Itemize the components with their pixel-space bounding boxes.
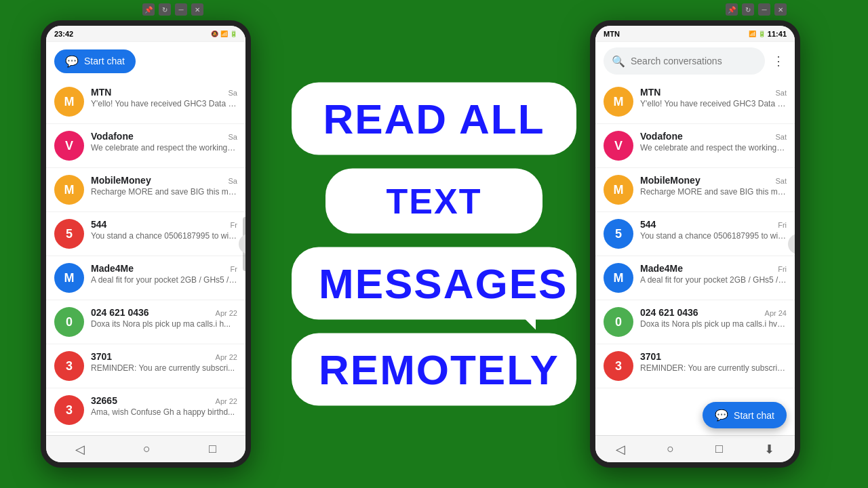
- right-minimize-btn[interactable]: ─: [758, 3, 770, 16]
- right-conv-item-544-r[interactable]: 5 544 Fri You stand a chance 0506187995 …: [595, 212, 795, 256]
- conv-time: Sat: [775, 89, 787, 97]
- left-status-icons: 🔕 📶 🔋: [211, 30, 237, 37]
- right-more-menu-btn[interactable]: ⋮: [770, 53, 787, 69]
- right-recents-btn[interactable]: □: [715, 442, 723, 456]
- avatar: V: [54, 131, 84, 161]
- conv-content: 3701 Apr 22 REMINDER: You are currently …: [91, 351, 237, 373]
- right-time: 11:41: [768, 30, 787, 38]
- left-refresh-btn[interactable]: ↻: [159, 3, 171, 16]
- conv-time: Fri: [778, 221, 787, 229]
- conv-preview: REMINDER: You are currently subscribed t…: [640, 363, 787, 373]
- right-conv-item-3701-r[interactable]: 3 3701 REMINDER: You are currently subsc…: [595, 344, 795, 388]
- left-conv-item-vodafone[interactable]: V Vodafone Sa We celebrate and respect t…: [46, 124, 245, 168]
- conv-name: Made4Me: [91, 263, 134, 274]
- conv-preview: Ama, wish Confuse Gh a happy birthd...: [91, 407, 237, 417]
- right-conv-item-024-r[interactable]: 0 024 621 0436 Apr 24 Doxa its Nora pls …: [595, 300, 795, 344]
- conv-content: MobileMoney Sa Recharge MORE and save BI…: [91, 175, 237, 197]
- avatar: M: [54, 175, 84, 205]
- left-back-btn[interactable]: ◁: [75, 442, 85, 457]
- conv-time: Sa: [229, 133, 237, 141]
- conv-preview: Y'ello! You have received GHC3 Data bund…: [640, 99, 787, 108]
- overlay-text-pill: TEXT: [326, 169, 542, 234]
- right-start-chat-fab[interactable]: 💬 Start chat: [703, 402, 787, 428]
- overlay-remotely-pill: REMOTELY: [292, 333, 576, 406]
- conv-time: Fri: [778, 265, 787, 273]
- conv-preview: Doxa its Nora pls pick up ma calls.i hv …: [640, 319, 787, 329]
- left-pin-btn[interactable]: 📌: [142, 3, 155, 16]
- left-conv-item-32665[interactable]: 3 32665 Apr 22 Ama, wish Confuse Gh a ha…: [46, 388, 245, 432]
- conv-preview: A deal fit for your pocket 2GB / GHs5 / …: [91, 275, 237, 285]
- right-close-btn[interactable]: ✕: [774, 3, 787, 16]
- left-chat-icon: 💬: [65, 55, 79, 68]
- right-conv-item-vodafone-r[interactable]: V Vodafone Sat We celebrate and respect …: [595, 124, 795, 168]
- conv-name: 3701: [91, 351, 112, 362]
- right-status-bar: MTN 📶 🔋 11:41: [595, 26, 795, 42]
- left-start-chat-label: Start chat: [84, 56, 125, 66]
- conv-content: 3701 REMINDER: You are currently subscri…: [640, 351, 787, 373]
- conv-content: MobileMoney Sat Recharge MORE and save B…: [640, 175, 787, 197]
- conv-preview: Doxa its Nora pls pick up ma calls.i h..…: [91, 319, 237, 329]
- conv-preview: You stand a chance 0506187995 to win CAS…: [640, 231, 787, 241]
- right-status-icons: 📶 🔋 11:41: [749, 30, 787, 38]
- avatar: 0: [54, 307, 84, 337]
- conv-name: 544: [640, 219, 656, 230]
- overlay-messages-pill: MESSAGES: [292, 247, 576, 320]
- conv-name: MobileMoney: [640, 175, 701, 186]
- conv-preview: We celebrate and respect the working cla…: [640, 143, 787, 152]
- left-conv-item-made4me[interactable]: M Made4Me Fr A deal fit for your pocket …: [46, 256, 245, 300]
- right-search-bar[interactable]: 🔍: [604, 47, 765, 75]
- conv-content: MTN Sa Y'ello! You have received GHC3 Da…: [91, 87, 237, 108]
- conv-preview: Recharge MORE and save BIG this mont...: [91, 187, 237, 197]
- avatar: 5: [54, 219, 84, 249]
- conv-name: Vodafone: [91, 131, 134, 142]
- right-conv-item-mtn-r[interactable]: M MTN Sat Y'ello! You have received GHC3…: [595, 80, 795, 124]
- left-conv-item-544[interactable]: 5 544 Fr You stand a chance 0506187995 t…: [46, 212, 245, 256]
- left-conv-item-3701[interactable]: 3 3701 Apr 22 REMINDER: You are currentl…: [46, 344, 245, 388]
- left-close-btn[interactable]: ✕: [191, 3, 203, 16]
- conv-time: Apr 22: [216, 397, 237, 405]
- left-status-bar: 23:42 🔕 📶 🔋: [46, 26, 245, 42]
- conv-content: 544 Fri You stand a chance 0506187995 to…: [640, 219, 787, 241]
- right-conv-item-made4me-r[interactable]: M Made4Me Fri A deal fit for your pocket…: [595, 256, 795, 300]
- right-extra-btn[interactable]: ⬇: [764, 442, 774, 457]
- left-recents-btn[interactable]: □: [209, 442, 216, 456]
- conv-preview: You stand a chance 0506187995 to win...: [91, 231, 237, 241]
- conv-time: Fr: [231, 265, 237, 273]
- right-pin-btn[interactable]: 📌: [726, 3, 738, 16]
- right-bottom-nav: ◁ ○ □ ⬇: [595, 435, 795, 462]
- conv-name: MTN: [640, 87, 660, 98]
- avatar: 3: [54, 395, 84, 425]
- center-overlay: READ ALL TEXT MESSAGES REMOTELY: [258, 83, 610, 406]
- search-icon: 🔍: [612, 55, 625, 68]
- conv-preview: We celebrate and respect the working c..…: [91, 143, 237, 152]
- search-input[interactable]: [631, 56, 757, 66]
- left-conv-item-024[interactable]: 0 024 621 0436 Apr 22 Doxa its Nora pls …: [46, 300, 245, 344]
- conv-content: Vodafone Sa We celebrate and respect the…: [91, 131, 237, 152]
- conv-time: Sa: [229, 177, 237, 185]
- conv-name: MobileMoney: [91, 175, 151, 186]
- conv-content: 544 Fr You stand a chance 0506187995 to …: [91, 219, 237, 241]
- conv-preview: Y'ello! You have received GHC3 Data bu..…: [91, 99, 237, 108]
- right-back-btn[interactable]: ◁: [616, 442, 625, 457]
- conv-time: Apr 22: [216, 309, 237, 317]
- conv-content: Made4Me Fri A deal fit for your pocket 2…: [640, 263, 787, 285]
- right-refresh-btn[interactable]: ↻: [742, 3, 754, 16]
- right-phone: MTN 📶 🔋 11:41 🔍 ⋮ M MTN Sat: [590, 20, 800, 468]
- left-conv-item-mtn[interactable]: M MTN Sa Y'ello! You have received GHC3 …: [46, 80, 245, 124]
- left-app-header: 💬 Start chat: [46, 42, 245, 80]
- left-start-chat-button[interactable]: 💬 Start chat: [54, 49, 136, 73]
- left-home-btn[interactable]: ○: [143, 442, 151, 456]
- conv-time: Apr 24: [765, 309, 787, 317]
- overlay-remotely-text: REMOTELY: [319, 346, 559, 393]
- left-minimize-btn[interactable]: ─: [175, 3, 187, 16]
- conv-content: Vodafone Sat We celebrate and respect th…: [640, 131, 787, 152]
- conv-name: MTN: [91, 87, 111, 98]
- left-conv-item-mobilemoney[interactable]: M MobileMoney Sa Recharge MORE and save …: [46, 168, 245, 212]
- left-conv-list: M MTN Sa Y'ello! You have received GHC3 …: [46, 80, 245, 435]
- conv-preview: A deal fit for your pocket 2GB / GHs5 / …: [640, 275, 787, 285]
- left-window-chrome: 📌 ↻ ─ ✕: [136, 0, 210, 19]
- right-conv-item-mobilemoney-r[interactable]: M MobileMoney Sat Recharge MORE and save…: [595, 168, 795, 212]
- right-home-btn[interactable]: ○: [667, 442, 674, 456]
- conv-content: 024 621 0436 Apr 22 Doxa its Nora pls pi…: [91, 307, 237, 329]
- conv-name: 32665: [91, 395, 117, 406]
